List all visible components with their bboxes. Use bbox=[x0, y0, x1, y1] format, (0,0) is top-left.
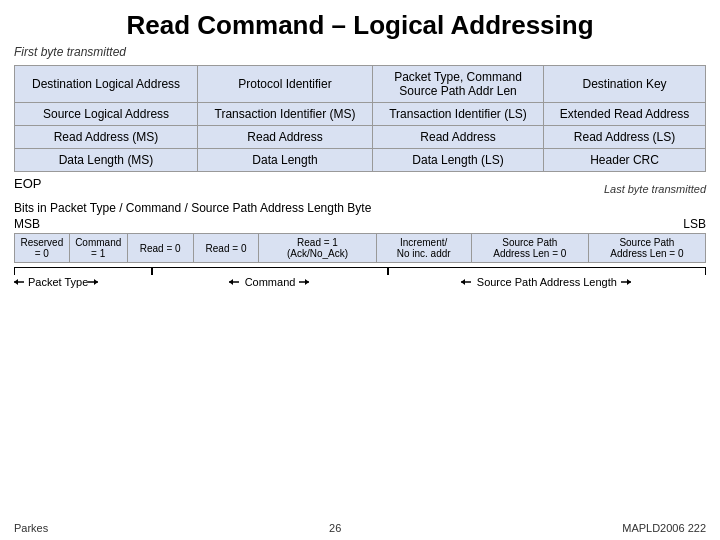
msb-label: MSB bbox=[14, 217, 40, 231]
cell-read-addr-ms: Read Address (MS) bbox=[15, 126, 198, 149]
bit-cell-5: Increment/ No inc. addr bbox=[376, 234, 471, 263]
bracket-packet-type-label: Packet Type bbox=[28, 276, 88, 288]
bit-cell-0: Reserved = 0 bbox=[15, 234, 70, 263]
cmd-right-arrow-icon bbox=[299, 277, 311, 287]
svg-marker-7 bbox=[305, 279, 309, 285]
svg-marker-1 bbox=[14, 279, 18, 285]
bit-cell-6: Source Path Address Len = 0 bbox=[471, 234, 588, 263]
bracket-command: Command bbox=[152, 267, 387, 288]
page-title: Read Command – Logical Addressing bbox=[14, 10, 706, 41]
cell-data-len-ms: Data Length (MS) bbox=[15, 149, 198, 172]
svg-marker-11 bbox=[627, 279, 631, 285]
bracket-command-label: Command bbox=[245, 276, 296, 288]
bracket-area: Packet Type Command Source Path Address … bbox=[14, 267, 706, 301]
cell-read-addr-2: Read Address bbox=[372, 126, 543, 149]
left-arrow-icon bbox=[14, 277, 26, 287]
msb-lsb-row: MSB LSB bbox=[14, 217, 706, 231]
right-arrow-icon bbox=[88, 277, 100, 287]
footer-center: 26 bbox=[329, 522, 341, 534]
bracket-source-path-label: Source Path Address Length bbox=[477, 276, 617, 288]
cell-protocol-id: Protocol Identifier bbox=[198, 66, 373, 103]
cell-trans-id-ms: Transaction Identifier (MS) bbox=[198, 103, 373, 126]
bits-table: Reserved = 0 Command = 1 Read = 0 Read =… bbox=[14, 233, 706, 263]
sp-left-arrow-icon bbox=[461, 277, 473, 287]
main-table: Destination Logical Address Protocol Ide… bbox=[14, 65, 706, 172]
cell-header-crc: Header CRC bbox=[544, 149, 706, 172]
last-byte-note: Last byte transmitted bbox=[604, 183, 706, 195]
footer-right: MAPLD2006 222 bbox=[622, 522, 706, 534]
cell-data-len-ls: Data Length (LS) bbox=[372, 149, 543, 172]
bit-cell-4: Read = 1 (Ack/No_Ack) bbox=[259, 234, 376, 263]
table-row: Destination Logical Address Protocol Ide… bbox=[15, 66, 706, 103]
table-row: Read Address (MS) Read Address Read Addr… bbox=[15, 126, 706, 149]
page: Read Command – Logical Addressing First … bbox=[0, 0, 720, 540]
cell-read-addr: Read Address bbox=[198, 126, 373, 149]
svg-marker-3 bbox=[94, 279, 98, 285]
bracket-packet-type: Packet Type bbox=[14, 267, 152, 288]
svg-marker-5 bbox=[229, 279, 233, 285]
sp-right-arrow-icon bbox=[621, 277, 633, 287]
cmd-left-arrow-icon bbox=[229, 277, 241, 287]
cell-dest-key: Destination Key bbox=[544, 66, 706, 103]
cell-read-addr-ls: Read Address (LS) bbox=[544, 126, 706, 149]
cell-trans-id-ls: Transaction Identifier (LS) bbox=[372, 103, 543, 126]
eop-table: EOP bbox=[14, 176, 187, 191]
bit-cell-3: Read = 0 bbox=[193, 234, 259, 263]
bit-cell-7: Source Path Address Len = 0 bbox=[588, 234, 705, 263]
cell-packet-type: Packet Type, Command Source Path Addr Le… bbox=[372, 66, 543, 103]
subtitle: First byte transmitted bbox=[14, 45, 706, 59]
cell-ext-read-addr: Extended Read Address bbox=[544, 103, 706, 126]
footer-left: Parkes bbox=[14, 522, 48, 534]
cell-data-len: Data Length bbox=[198, 149, 373, 172]
eop-cell: EOP bbox=[14, 176, 187, 191]
bit-cell-2: Read = 0 bbox=[127, 234, 193, 263]
cell-src-logical: Source Logical Address bbox=[15, 103, 198, 126]
svg-marker-9 bbox=[461, 279, 465, 285]
lsb-label: LSB bbox=[683, 217, 706, 231]
bit-cell-1: Command = 1 bbox=[69, 234, 127, 263]
table-row: Source Logical Address Transaction Ident… bbox=[15, 103, 706, 126]
footer: Parkes 26 MAPLD2006 222 bbox=[14, 522, 706, 534]
cell-dest-logical: Destination Logical Address bbox=[15, 66, 198, 103]
bits-section-title: Bits in Packet Type / Command / Source P… bbox=[14, 201, 706, 215]
table-row: Data Length (MS) Data Length Data Length… bbox=[15, 149, 706, 172]
bracket-source-path: Source Path Address Length bbox=[388, 267, 706, 288]
